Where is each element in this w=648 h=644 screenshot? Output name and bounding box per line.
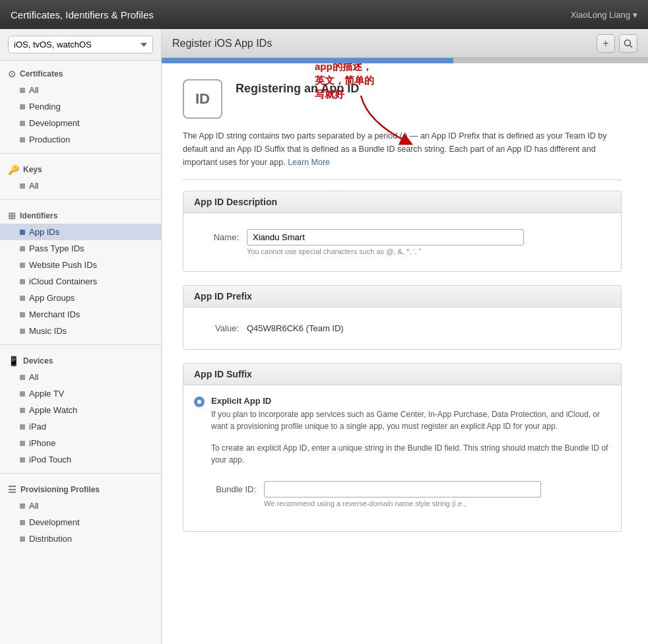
sidebar-item-apple-watch[interactable]: Apple Watch [0, 402, 161, 418]
add-button[interactable]: + [597, 34, 615, 53]
identifiers-header: ⊞ Identifiers [0, 208, 161, 224]
sidebar-item-development[interactable]: Development [0, 115, 161, 131]
user-menu[interactable]: XiaoLong Liang ▾ [571, 10, 637, 20]
dot-icon [20, 424, 25, 430]
dot-icon [20, 104, 25, 110]
dot-icon [20, 263, 25, 268]
sidebar-item-profiles-all[interactable]: All [0, 498, 161, 514]
sidebar-item-pending[interactable]: Pending [0, 98, 161, 115]
sidebar-item-production[interactable]: Production [0, 131, 161, 148]
dot-icon [20, 296, 25, 301]
identifiers-icon: ⊞ [8, 210, 16, 221]
provisioning-header: ☰ Provisioning Profiles [0, 482, 161, 498]
dot-icon [20, 536, 25, 542]
keys-icon: 🔑 [8, 164, 19, 175]
sidebar-item-keys-all[interactable]: All [0, 177, 161, 194]
header-actions: + [597, 34, 637, 53]
svg-point-0 [625, 40, 631, 46]
divider [0, 344, 161, 345]
dot-icon [20, 457, 25, 463]
dot-icon [20, 312, 25, 317]
bundle-hint: We recommend using a reverse-domain name… [264, 499, 610, 507]
prefix-card: App ID Prefix Value: Q45W8R6CK6 (Team ID… [183, 285, 622, 350]
description-header: App ID Description [183, 191, 621, 213]
platform-select[interactable]: iOS, tvOS, watchOS macOS [8, 36, 153, 53]
sidebar-item-certs-all[interactable]: All [0, 82, 161, 98]
search-button[interactable] [619, 34, 637, 53]
divider [0, 153, 161, 154]
prefix-value-row: Value: Q45W8R6CK6 (Team ID) [194, 318, 610, 338]
suffix-header: App ID Suffix [183, 364, 621, 385]
bundle-id-input[interactable] [264, 481, 541, 498]
main-title: Register iOS App IDs [172, 38, 272, 49]
explicit-title: Explicit App ID [211, 396, 610, 406]
sidebar-item-app-ids[interactable]: App IDs [0, 224, 161, 240]
dot-icon [20, 137, 25, 143]
certificates-section: ⊙ Certificates All Pending Development P… [0, 61, 161, 150]
dot-icon [20, 88, 25, 93]
description-body: Name: You cannot use special characters … [183, 213, 621, 271]
description-card: App ID Description Name: You cannot use … [183, 191, 622, 272]
name-row: Name: You cannot use special characters … [194, 229, 610, 255]
platform-dropdown-container[interactable]: iOS, tvOS, watchOS macOS [0, 29, 161, 61]
sidebar-item-pass-type-ids[interactable]: Pass Type IDs [0, 240, 161, 257]
devices-section: 📱 Devices All Apple TV Apple Watch iPad [0, 348, 161, 470]
divider [0, 473, 161, 474]
sidebar-item-profiles-dist[interactable]: Distribution [0, 531, 161, 547]
name-control: You cannot use special characters such a… [247, 229, 610, 255]
dot-icon [20, 329, 25, 334]
identifiers-section: ⊞ Identifiers App IDs Pass Type IDs Webs… [0, 203, 161, 342]
dot-icon [20, 279, 25, 284]
sidebar-item-ipod-touch[interactable]: iPod Touch [0, 451, 161, 468]
learn-more-link[interactable]: Learn More [288, 158, 330, 167]
prefix-label: Value: [194, 323, 247, 333]
app-title: Certificates, Identifiers & Profiles [11, 9, 154, 20]
sidebar: iOS, tvOS, watchOS macOS ⊙ Certificates … [0, 29, 162, 644]
name-input[interactable] [247, 229, 524, 245]
bundle-row: Bundle ID: We recommend using a reverse-… [211, 481, 610, 507]
dot-icon [20, 121, 25, 126]
devices-header: 📱 Devices [0, 353, 161, 369]
search-icon [624, 39, 633, 48]
prefix-value: Q45W8R6CK6 (Team ID) [247, 323, 344, 333]
section-divider [183, 179, 622, 180]
certificates-header: ⊙ Certificates [0, 66, 161, 82]
suffix-body: Explicit App ID If you plan to incorpora… [183, 385, 621, 531]
progress-bar [162, 58, 648, 63]
dot-icon [20, 391, 25, 397]
name-label: Name: [194, 229, 247, 242]
sidebar-item-apple-tv[interactable]: Apple TV [0, 385, 161, 402]
suffix-card: App ID Suffix Explicit App ID If you pla… [183, 363, 622, 532]
name-hint: You cannot use special characters such a… [247, 247, 610, 255]
topbar: Certificates, Identifiers & Profiles Xia… [0, 0, 648, 29]
sidebar-item-app-groups[interactable]: App Groups [0, 290, 161, 306]
explicit-option[interactable]: Explicit App ID If you plan to incorpora… [194, 396, 610, 513]
sidebar-item-music-ids[interactable]: Music IDs [0, 323, 161, 339]
sidebar-item-profiles-dev[interactable]: Development [0, 514, 161, 531]
devices-icon: 📱 [8, 356, 19, 366]
sidebar-item-ipad[interactable]: iPad [0, 418, 161, 435]
sidebar-item-devices-all[interactable]: All [0, 369, 161, 385]
dot-icon [20, 441, 25, 446]
dot-icon [20, 408, 25, 413]
keys-section: 🔑 Keys All [0, 156, 161, 197]
radio-inner [197, 400, 201, 404]
prefix-body: Value: Q45W8R6CK6 (Team ID) [183, 307, 621, 349]
explicit-radio[interactable] [194, 397, 205, 407]
appid-header-row: ID Registering an App ID app的描述， 英文，简单的 … [183, 79, 622, 119]
bundle-label: Bundle ID: [211, 481, 264, 494]
appid-title: Registering an App ID [236, 79, 359, 96]
certificates-icon: ⊙ [8, 69, 16, 79]
svg-line-1 [630, 45, 633, 48]
appid-icon: ID [183, 79, 222, 119]
sidebar-item-iphone[interactable]: iPhone [0, 435, 161, 451]
dot-icon [20, 230, 25, 235]
prefix-header: App ID Prefix [183, 286, 621, 307]
sidebar-item-icloud[interactable]: iCloud Containers [0, 273, 161, 290]
dot-icon [20, 183, 25, 189]
sidebar-item-merchant-ids[interactable]: Merchant IDs [0, 306, 161, 323]
content-area: ID Registering an App ID app的描述， 英文，简单的 … [162, 63, 648, 644]
dot-icon [20, 503, 25, 509]
dot-icon [20, 375, 25, 380]
sidebar-item-website-push[interactable]: Website Push IDs [0, 257, 161, 273]
